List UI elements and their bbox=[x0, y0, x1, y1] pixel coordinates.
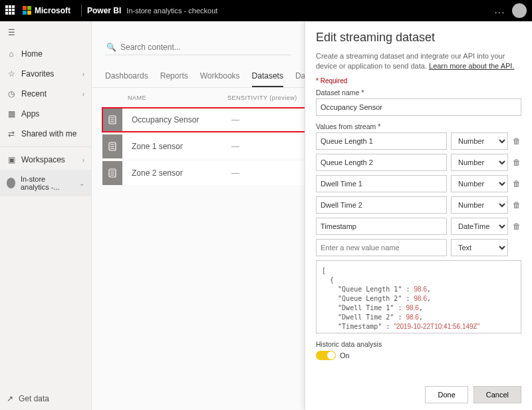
value-type-select[interactable]: Number bbox=[451, 175, 508, 192]
historic-analysis-state: On bbox=[340, 351, 350, 359]
delete-value-icon[interactable]: 🗑 bbox=[512, 179, 521, 188]
column-name: NAME bbox=[128, 95, 227, 101]
left-nav: ☰ ⌂Home ☆Favorites› ◷Recent› ▦Apps ⇄Shar… bbox=[0, 21, 92, 410]
nav-workspaces-label: Workspaces bbox=[21, 155, 65, 164]
delete-value-icon[interactable]: 🗑 bbox=[512, 222, 521, 231]
values-from-stream-label: Values from stream * bbox=[316, 122, 521, 130]
tab-workbooks[interactable]: Workbooks bbox=[200, 66, 240, 87]
delete-value-icon[interactable]: 🗑 bbox=[512, 200, 521, 210]
value-name-input[interactable] bbox=[316, 132, 447, 150]
workspace-subtitle: In-store analytics - checkout bbox=[126, 7, 217, 15]
topbar: Microsoft Power BI In-store analytics - … bbox=[0, 0, 532, 21]
dataset-sensitivity: — bbox=[231, 142, 239, 151]
nav-favorites[interactable]: ☆Favorites› bbox=[0, 64, 91, 84]
value-type-select[interactable]: DateTime bbox=[451, 218, 508, 235]
user-avatar[interactable] bbox=[512, 3, 527, 18]
search-field[interactable] bbox=[120, 43, 290, 52]
dataset-name: Occupancy Sensor bbox=[132, 115, 231, 124]
nav-shared[interactable]: ⇄Shared with me bbox=[0, 124, 91, 144]
nav-current-workspace[interactable]: In-store analytics -...⌄ bbox=[0, 170, 91, 196]
nav-get-data[interactable]: ↗Get data bbox=[0, 387, 91, 410]
nav-recent-label: Recent bbox=[21, 89, 47, 99]
chevron-down-icon: ⌄ bbox=[79, 180, 84, 187]
panel-title: Edit streaming dataset bbox=[316, 31, 521, 45]
value-type-select[interactable]: Number bbox=[451, 196, 508, 214]
nav-get-data-label: Get data bbox=[19, 394, 49, 403]
delete-value-icon[interactable]: 🗑 bbox=[512, 136, 521, 146]
dataset-icon bbox=[102, 134, 122, 158]
dataset-name-input[interactable] bbox=[316, 99, 521, 116]
stream-value-row: Number 🗑 bbox=[316, 154, 521, 171]
required-note: * Required bbox=[316, 77, 521, 85]
dataset-name-label: Dataset name * bbox=[316, 89, 521, 97]
workspaces-icon: ▣ bbox=[7, 155, 16, 164]
nav-apps[interactable]: ▦Apps bbox=[0, 104, 91, 124]
dataset-icon bbox=[102, 108, 122, 132]
historic-analysis-toggle[interactable] bbox=[316, 351, 336, 360]
nav-favorites-label: Favorites bbox=[21, 69, 54, 79]
nav-toggle-icon[interactable]: ☰ bbox=[0, 21, 91, 44]
historic-analysis-label: Historic data analysis bbox=[316, 340, 521, 348]
stream-value-row: Number 🗑 bbox=[316, 132, 521, 150]
dataset-sensitivity: — bbox=[231, 168, 239, 178]
main-content: + Cr 🔍 Dashboards Reports Workbooks Data… bbox=[92, 21, 532, 410]
chevron-right-icon: › bbox=[82, 71, 84, 78]
more-options-icon[interactable]: ... bbox=[495, 6, 505, 15]
clock-icon: ◷ bbox=[7, 89, 16, 99]
value-name-input[interactable] bbox=[316, 196, 447, 214]
value-type-select[interactable]: Number bbox=[451, 154, 508, 171]
value-name-input[interactable] bbox=[316, 154, 447, 171]
chevron-right-icon: › bbox=[82, 156, 84, 164]
apps-icon: ▦ bbox=[7, 109, 16, 118]
stream-value-row: Number 🗑 bbox=[316, 196, 521, 214]
dataset-sensitivity: — bbox=[231, 115, 239, 124]
delete-value-icon[interactable]: 🗑 bbox=[512, 158, 521, 167]
tab-dashboards[interactable]: Dashboards bbox=[105, 66, 148, 87]
json-sample-box: [ { "Queue Length 1" : 98.6, "Queue Leng… bbox=[316, 260, 521, 333]
shared-icon: ⇄ bbox=[7, 129, 16, 138]
nav-current-workspace-label: In-store analytics -... bbox=[21, 175, 74, 191]
stream-value-new-row: Text 🗑 bbox=[316, 239, 521, 256]
product-label: Power BI bbox=[87, 6, 121, 15]
tab-reports[interactable]: Reports bbox=[160, 66, 188, 87]
nav-workspaces[interactable]: ▣Workspaces› bbox=[0, 150, 91, 170]
microsoft-logo-icon bbox=[23, 6, 32, 15]
search-input[interactable]: 🔍 bbox=[105, 40, 291, 55]
get-data-icon: ↗ bbox=[7, 394, 13, 403]
value-name-input[interactable] bbox=[316, 218, 447, 235]
app-launcher-icon[interactable] bbox=[5, 5, 16, 16]
edit-dataset-panel: Edit streaming dataset Create a streamin… bbox=[305, 21, 532, 410]
panel-description: Create a streaming dataset and integrate… bbox=[316, 51, 521, 72]
nav-shared-label: Shared with me bbox=[21, 129, 76, 138]
brand-label: Microsoft bbox=[35, 6, 70, 15]
chevron-right-icon: › bbox=[82, 91, 84, 98]
nav-recent[interactable]: ◷Recent› bbox=[0, 84, 91, 104]
workspace-avatar-icon bbox=[7, 178, 15, 188]
nav-home[interactable]: ⌂Home bbox=[0, 44, 91, 64]
learn-more-link[interactable]: Learn more about the API. bbox=[429, 62, 514, 70]
new-value-name-input[interactable] bbox=[316, 239, 447, 256]
dataset-name: Zone 1 sensor bbox=[132, 142, 231, 151]
done-button[interactable]: Done bbox=[425, 386, 467, 403]
new-value-type-select[interactable]: Text bbox=[451, 239, 508, 256]
tab-datasets[interactable]: Datasets bbox=[252, 66, 283, 87]
star-icon: ☆ bbox=[7, 69, 16, 79]
stream-value-row: Number 🗑 bbox=[316, 175, 521, 192]
home-icon: ⌂ bbox=[7, 49, 16, 59]
value-type-select[interactable]: Number bbox=[451, 132, 508, 150]
search-icon: 🔍 bbox=[106, 43, 116, 52]
nav-home-label: Home bbox=[21, 49, 43, 59]
value-name-input[interactable] bbox=[316, 175, 447, 192]
stream-value-row: DateTime 🗑 bbox=[316, 218, 521, 235]
dataset-name: Zone 2 sensor bbox=[132, 168, 231, 178]
cancel-button[interactable]: Cancel bbox=[473, 386, 521, 403]
nav-apps-label: Apps bbox=[21, 109, 39, 118]
dataset-icon bbox=[102, 161, 122, 185]
topbar-divider bbox=[81, 5, 82, 17]
